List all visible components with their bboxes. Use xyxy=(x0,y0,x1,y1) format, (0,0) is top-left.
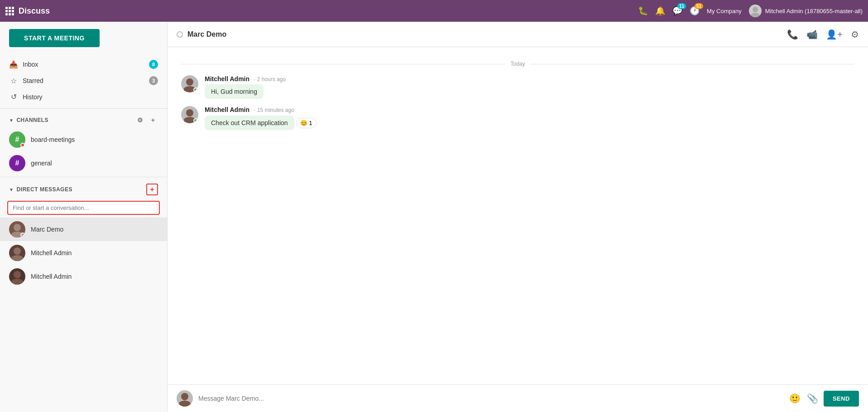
phone-icon[interactable]: 📞 xyxy=(787,29,798,40)
msg-avatar-2 xyxy=(181,106,198,123)
channel-name-general: general xyxy=(31,160,52,167)
chat-header-actions: 📞 📹 👤+ ⚙ xyxy=(787,29,859,40)
history-icon: ↺ xyxy=(9,92,18,101)
dm-item-mitchell-admin-2[interactable]: Mitchell Admin xyxy=(0,265,167,288)
chat-input-avatar xyxy=(177,390,193,407)
svg-point-8 xyxy=(186,78,193,86)
clock-icon[interactable]: 🕐 51 xyxy=(690,6,700,16)
reaction-emoji: 😊 xyxy=(300,120,307,126)
sidebar-item-inbox[interactable]: 📥 Inbox 8 xyxy=(0,56,167,73)
sidebar-inbox-section: 📥 Inbox 8 ☆ Starred 3 ↺ History xyxy=(0,54,167,107)
dm-item-mitchell-admin-1[interactable]: Mitchell Admin xyxy=(0,241,167,265)
svg-point-7 xyxy=(11,279,23,285)
channel-avatar-board-meetings: # xyxy=(9,131,25,148)
channels-add-icon[interactable]: + xyxy=(148,115,158,125)
main-content: START A MEETING 📥 Inbox 8 ☆ Starred 3 ↺ … xyxy=(0,22,868,412)
settings-gear-icon[interactable]: ⚙ xyxy=(851,29,859,40)
inbox-label: Inbox xyxy=(23,61,144,68)
chat-area: Marc Demo 📞 📹 👤+ ⚙ Today xyxy=(168,22,868,412)
msg-online-dot-1 xyxy=(193,87,198,92)
msg-reaction-1[interactable]: 😊 1 xyxy=(296,118,317,128)
dm-item-marc-demo[interactable]: Marc Demo xyxy=(0,218,167,241)
msg-avatar-1 xyxy=(181,75,198,92)
add-dm-button[interactable]: + xyxy=(146,184,158,195)
sidebar-item-history[interactable]: ↺ History xyxy=(0,89,167,105)
chat-icon[interactable]: 💬 11 xyxy=(672,6,682,16)
msg-online-dot-2 xyxy=(193,118,198,123)
chat-input-area: 🙂 📎 SEND xyxy=(168,384,868,412)
svg-point-5 xyxy=(11,255,23,261)
company-name: My Company xyxy=(707,8,742,15)
top-nav-left: Discuss xyxy=(5,6,638,16)
channels-section-header: ▼ CHANNELS ⚙ + xyxy=(0,111,167,128)
start-meeting-container: START A MEETING xyxy=(0,22,167,54)
reaction-count: 1 xyxy=(309,120,312,126)
message-row-2: Mitchell Admin · 15 minutes ago Check ou… xyxy=(168,102,868,134)
date-divider-label: Today xyxy=(510,61,525,67)
dm-avatar-mitchell-2 xyxy=(9,268,25,285)
channel-avatar-general: # xyxy=(9,155,25,171)
inbox-icon: 📥 xyxy=(9,60,18,69)
msg-bubble-1: Hi, Gud morning xyxy=(205,84,264,99)
dm-chevron-icon: ▼ xyxy=(9,187,14,192)
msg-time-2: · 15 minutes ago xyxy=(254,107,294,113)
starred-label: Starred xyxy=(23,77,144,84)
video-icon[interactable]: 📹 xyxy=(806,29,818,40)
channel-dot xyxy=(20,143,25,147)
top-nav: Discuss 🐛 🔔 💬 11 🕐 51 My Company Mitchel… xyxy=(0,0,868,22)
svg-point-6 xyxy=(14,271,21,278)
msg-header-2: Mitchell Admin · 15 minutes ago xyxy=(205,106,854,113)
history-label: History xyxy=(23,93,158,101)
channel-general[interactable]: # general xyxy=(0,151,167,175)
msg-bubble-2: Check out CRM application xyxy=(205,116,294,130)
chat-badge: 11 xyxy=(677,3,686,9)
msg-author-2: Mitchell Admin xyxy=(205,106,249,113)
svg-point-1 xyxy=(751,13,760,17)
emoji-icon[interactable]: 🙂 xyxy=(789,393,801,404)
start-meeting-button[interactable]: START A MEETING xyxy=(9,29,100,47)
add-person-icon[interactable]: 👤+ xyxy=(826,29,843,40)
msg-header-1: Mitchell Admin · 2 hours ago xyxy=(205,75,854,82)
contact-status-indicator xyxy=(177,31,183,38)
dm-section-label: DIRECT MESSAGES xyxy=(16,186,72,193)
dm-avatar-marc-demo xyxy=(9,221,25,238)
dm-name-mitchell-1: Mitchell Admin xyxy=(31,249,72,257)
chat-contact-name: Marc Demo xyxy=(187,30,782,39)
date-divider: Today xyxy=(168,56,868,72)
notification-icon[interactable]: 🔔 xyxy=(655,6,665,16)
chat-messages: Today Mitchell Admin · 2 hours ago Hi, G… xyxy=(168,47,868,384)
top-nav-right: 🐛 🔔 💬 11 🕐 51 My Company Mitchell Admin … xyxy=(638,5,863,17)
send-button[interactable]: SEND xyxy=(824,391,859,407)
svg-point-4 xyxy=(14,247,21,255)
chat-input-icons: 🙂 📎 xyxy=(789,393,818,404)
user-name: Mitchell Admin (18780655-master-all) xyxy=(765,8,863,15)
svg-point-2 xyxy=(14,224,21,231)
svg-point-12 xyxy=(181,393,188,400)
dm-section-header: ▼ DIRECT MESSAGES + xyxy=(0,179,167,198)
dm-name-marc-demo: Marc Demo xyxy=(31,226,63,233)
dm-search-input[interactable] xyxy=(7,201,160,215)
msg-content-2: Mitchell Admin · 15 minutes ago Check ou… xyxy=(205,106,854,130)
sidebar-item-starred[interactable]: ☆ Starred 3 xyxy=(0,73,167,89)
dm-status-dot-marc xyxy=(20,233,25,237)
chat-message-input[interactable] xyxy=(198,391,784,406)
attachment-icon[interactable]: 📎 xyxy=(807,393,818,404)
msg-time-1: · 2 hours ago xyxy=(254,76,286,82)
apps-grid-icon[interactable] xyxy=(5,7,14,15)
svg-point-13 xyxy=(179,401,191,407)
message-row-1: Mitchell Admin · 2 hours ago Hi, Gud mor… xyxy=(168,72,868,102)
star-icon: ☆ xyxy=(9,77,18,85)
svg-point-10 xyxy=(186,109,193,116)
user-menu[interactable]: Mitchell Admin (18780655-master-all) xyxy=(749,5,863,17)
chat-header: Marc Demo 📞 📹 👤+ ⚙ xyxy=(168,22,868,47)
dm-avatar-mitchell-1 xyxy=(9,245,25,261)
chevron-down-icon: ▼ xyxy=(9,118,14,123)
msg-content-1: Mitchell Admin · 2 hours ago Hi, Gud mor… xyxy=(205,75,854,99)
channel-board-meetings[interactable]: # board-meetings xyxy=(0,128,167,151)
msg-author-1: Mitchell Admin xyxy=(205,75,249,82)
channel-name-board-meetings: board-meetings xyxy=(31,136,75,143)
bug-icon[interactable]: 🐛 xyxy=(638,6,648,16)
dm-name-mitchell-2: Mitchell Admin xyxy=(31,273,72,280)
sidebar: START A MEETING 📥 Inbox 8 ☆ Starred 3 ↺ … xyxy=(0,22,168,412)
channels-settings-icon[interactable]: ⚙ xyxy=(135,115,145,125)
